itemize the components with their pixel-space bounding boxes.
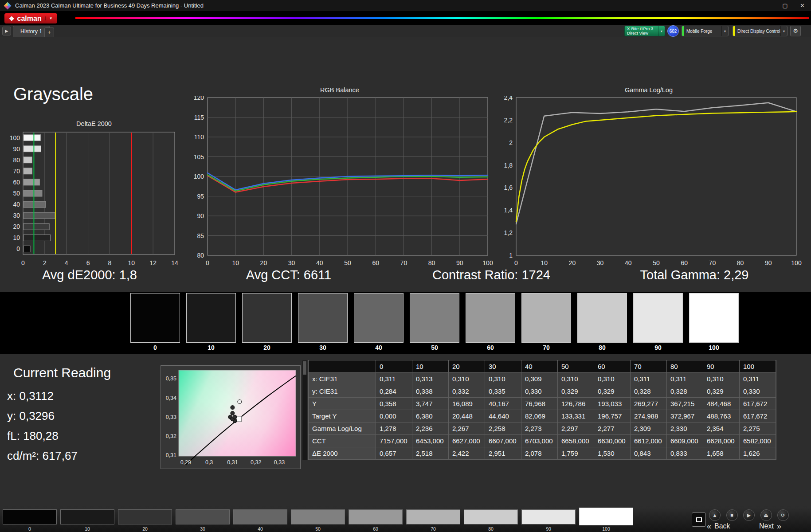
- axis-tick-label: 0,32: [166, 433, 176, 439]
- table-cell: 0,843: [631, 447, 667, 460]
- stat-total-gamma: Total Gamma: 2,29: [640, 268, 749, 282]
- table-cell: 6627,000: [449, 435, 485, 447]
- deltae-chart-plot: 100908070605040302010002468101214: [7, 129, 181, 272]
- table-scrollbar[interactable]: [302, 360, 307, 460]
- axis-tick-label: 0,29: [180, 459, 191, 466]
- table-row: ΔE 20000,6572,5182,4222,9512,0781,7591,5…: [309, 447, 776, 460]
- layout-nav-arrow-button[interactable]: ▶: [2, 27, 11, 35]
- source-dropdown[interactable]: Mobile Forge ▼: [682, 26, 729, 36]
- eject-button[interactable]: ⏏: [760, 509, 772, 521]
- table-cell: 0,358: [376, 398, 412, 410]
- axis-tick-label: 85: [197, 232, 204, 239]
- table-cell: 6612,000: [631, 435, 667, 447]
- pattern-button-label-80: 80: [464, 526, 518, 532]
- table-row-label: y: CIE31: [309, 385, 376, 398]
- table-cell: 6703,000: [521, 435, 558, 447]
- calman-menu-caret-icon[interactable]: ▼: [45, 16, 53, 20]
- table-cell: 0,310: [703, 373, 740, 385]
- table-cell: 6630,000: [594, 435, 631, 447]
- table-column-header-30: 30: [485, 360, 521, 373]
- table-cell: 2,258: [485, 422, 521, 435]
- maximize-button[interactable]: ▢: [776, 0, 794, 12]
- axis-tick-label: 2: [43, 259, 47, 266]
- axis-tick-label: 1,8: [504, 162, 513, 169]
- pattern-button-label-20: 20: [118, 526, 172, 532]
- capture-button[interactable]: ▲: [709, 509, 721, 521]
- swatch-level-label-0: 0: [130, 344, 180, 351]
- display-control-dropdown[interactable]: Direct Display Control ▼: [733, 26, 787, 36]
- pattern-window-icon: [696, 517, 702, 522]
- table-cell: 133,331: [558, 410, 594, 422]
- pattern-button-label-30: 30: [176, 526, 230, 532]
- axis-tick-label: 20: [569, 259, 576, 266]
- meter-dropdown[interactable]: X-Rite i1Pro 3 Direct View ▼: [624, 26, 665, 36]
- add-tab-button[interactable]: +: [44, 27, 54, 37]
- chevron-down-icon: ▼: [721, 26, 728, 36]
- axis-tick-label: 105: [194, 153, 204, 160]
- axis-tick-label: 14: [171, 259, 178, 266]
- axis-tick-label: 2,2: [504, 117, 513, 124]
- calman-app-window: Calman 2023 Calman Ultimate for Business…: [0, 0, 811, 532]
- table-cell: 7157,000: [376, 435, 412, 447]
- axis-tick-label: 0: [206, 259, 209, 266]
- axis-tick-label: 1,2: [504, 229, 513, 236]
- target-actual-swatch-0: [130, 293, 180, 343]
- close-button[interactable]: ✕: [794, 0, 811, 12]
- back-button[interactable]: « Back: [707, 521, 730, 532]
- plot-area: [516, 98, 796, 255]
- stop-button[interactable]: ■: [726, 509, 738, 521]
- target-actual-swatch-30: [298, 293, 348, 343]
- meter-line2: Direct View: [627, 31, 658, 36]
- table-cell: 0,311: [631, 373, 667, 385]
- axis-tick-label: 80: [737, 259, 744, 266]
- pattern-button-50[interactable]: [291, 509, 345, 524]
- minimize-button[interactable]: –: [759, 0, 776, 12]
- table-cell: 0,310: [449, 373, 485, 385]
- pattern-button-0[interactable]: [3, 509, 57, 524]
- gamma-chart-title: Gamma Log/Log: [495, 84, 803, 96]
- gamma-chart: Gamma Log/Log 010203040506070809010011,2…: [495, 84, 803, 274]
- table-cell: 0,329: [558, 385, 594, 398]
- table-cell: 2,309: [631, 422, 667, 435]
- next-button[interactable]: Next »: [759, 521, 781, 532]
- pattern-button-60[interactable]: [349, 509, 403, 524]
- table-cell: 0,328: [631, 385, 667, 398]
- cie-measured-point: [231, 411, 235, 415]
- pattern-window-button[interactable]: [692, 512, 706, 527]
- table-cell: 193,033: [594, 398, 631, 410]
- table-scrollbar-thumb[interactable]: [303, 361, 306, 375]
- pattern-button-10[interactable]: [60, 509, 114, 524]
- measurement-count-badge[interactable]: 602: [667, 25, 679, 37]
- pattern-button-label-90: 90: [521, 526, 576, 532]
- table-header-row: 0102030405060708090100: [309, 360, 776, 373]
- loop-button[interactable]: ⟳: [777, 509, 789, 521]
- gear-icon[interactable]: ⚙: [790, 26, 801, 36]
- pattern-button-30[interactable]: [176, 509, 230, 524]
- pattern-button-80[interactable]: [464, 509, 518, 524]
- next-chevrons-icon: »: [777, 522, 781, 531]
- axis-tick-label: 20: [13, 223, 20, 230]
- deltae-bar-20: [24, 223, 49, 230]
- table-cell: 1,658: [703, 447, 740, 460]
- table-cell: 0,338: [412, 385, 449, 398]
- table-column-header-70: 70: [631, 360, 667, 373]
- pattern-button-70[interactable]: [406, 509, 460, 524]
- play-button[interactable]: ▶: [743, 509, 755, 521]
- axis-tick-label: 100: [10, 134, 20, 141]
- table-row-label: Gamma Log/Log: [309, 422, 376, 435]
- pattern-button-40[interactable]: [233, 509, 287, 524]
- axis-tick-label: 0,31: [166, 452, 176, 458]
- back-chevrons-icon: «: [707, 522, 711, 531]
- table-cell: 617,672: [740, 410, 776, 422]
- pattern-button-20[interactable]: [118, 509, 172, 524]
- pattern-button-100[interactable]: [579, 508, 633, 525]
- axis-tick-label: 100: [482, 259, 493, 266]
- calman-logo[interactable]: ❖ calman ▼: [4, 13, 57, 23]
- pattern-button-label-10: 10: [60, 526, 114, 532]
- table-cell: 484,468: [703, 398, 740, 410]
- pattern-button-90[interactable]: [521, 509, 576, 524]
- table-cell: 0,330: [740, 385, 776, 398]
- axis-tick-label: 80: [428, 259, 435, 266]
- axis-tick-label: 70: [13, 168, 20, 175]
- table-cell: 16,089: [449, 398, 485, 410]
